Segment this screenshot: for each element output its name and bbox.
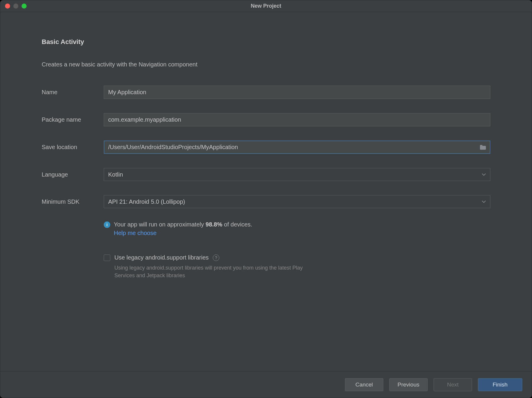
info-icon: i	[104, 221, 110, 228]
sdk-info-block: i Your app will run on approximately 98.…	[104, 221, 490, 236]
new-project-window: New Project Basic Activity Creates a new…	[0, 0, 532, 398]
sdk-info-pre: Your app will run on approximately	[114, 221, 206, 228]
min-sdk-label: Minimum SDK	[42, 198, 104, 205]
previous-button[interactable]: Previous	[389, 378, 428, 391]
browse-folder-icon[interactable]	[480, 145, 486, 150]
package-input-wrap	[104, 113, 490, 126]
legacy-block: Use legacy android.support libraries ? U…	[104, 254, 490, 279]
window-controls	[5, 4, 27, 9]
finish-button[interactable]: Finish	[478, 378, 522, 391]
legacy-label: Use legacy android.support libraries	[114, 254, 209, 261]
titlebar: New Project	[0, 0, 532, 12]
cancel-button[interactable]: Cancel	[345, 378, 383, 391]
chevron-down-icon	[482, 173, 486, 176]
language-value: Kotlin	[108, 171, 123, 178]
minimize-window-button[interactable]	[13, 4, 18, 9]
legacy-row: Use legacy android.support libraries ?	[104, 254, 490, 261]
location-label: Save location	[42, 144, 104, 151]
name-label: Name	[42, 89, 104, 96]
package-input[interactable]	[104, 113, 490, 126]
package-label: Package name	[42, 116, 104, 123]
next-button: Next	[434, 378, 472, 391]
page-heading: Basic Activity	[42, 38, 490, 46]
sdk-info-post: of devices.	[222, 221, 252, 228]
legacy-note: Using legacy android.support libraries w…	[114, 264, 321, 279]
location-input-wrap	[104, 141, 490, 154]
language-select[interactable]: Kotlin	[104, 168, 490, 181]
sdk-info-percent: 98.8%	[206, 221, 223, 228]
chevron-down-icon	[482, 200, 486, 203]
content-area: Basic Activity Creates a new basic activ…	[0, 12, 532, 371]
sdk-info-text: Your app will run on approximately 98.8%…	[114, 221, 252, 228]
legacy-checkbox[interactable]	[104, 255, 110, 261]
page-subheading: Creates a new basic activity with the Na…	[42, 61, 490, 68]
name-input[interactable]	[104, 86, 490, 99]
min-sdk-value: API 21: Android 5.0 (Lollipop)	[108, 198, 185, 205]
sdk-info-row: i Your app will run on approximately 98.…	[104, 221, 490, 228]
help-me-choose-link[interactable]: Help me choose	[114, 230, 490, 236]
maximize-window-button[interactable]	[22, 4, 27, 9]
close-window-button[interactable]	[5, 4, 10, 9]
min-sdk-select[interactable]: API 21: Android 5.0 (Lollipop)	[104, 195, 490, 208]
location-input[interactable]	[104, 141, 490, 154]
form: Name Package name Save location Language…	[42, 86, 490, 279]
name-input-wrap	[104, 86, 490, 99]
language-label: Language	[42, 171, 104, 178]
help-icon[interactable]: ?	[213, 255, 219, 261]
window-title: New Project	[0, 3, 532, 9]
footer: Cancel Previous Next Finish	[0, 371, 532, 398]
